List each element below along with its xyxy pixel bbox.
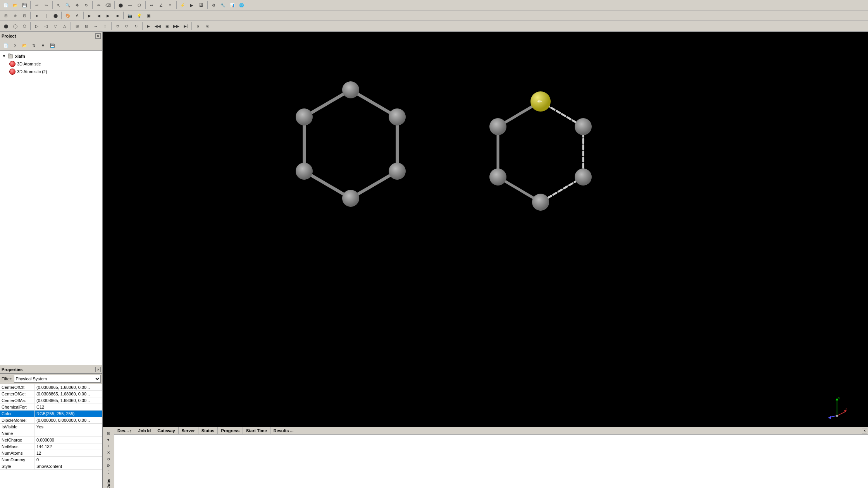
jobs-table-btn[interactable]: ⊞ bbox=[104, 430, 113, 436]
t3-btn9[interactable]: ⊟ bbox=[82, 22, 91, 30]
open-btn[interactable]: 📂 bbox=[11, 1, 19, 9]
more-btn2[interactable]: 🔧 bbox=[219, 1, 227, 9]
jobs-col-starttime[interactable]: Start Time bbox=[243, 427, 270, 434]
project-dropdown-btn[interactable]: ▼ bbox=[39, 41, 47, 50]
t3-btn4[interactable]: ▷ bbox=[33, 22, 41, 30]
jobs-col-status[interactable]: Status bbox=[198, 427, 218, 434]
new-btn[interactable]: 📄 bbox=[2, 1, 10, 9]
project-new-btn[interactable]: 📄 bbox=[2, 41, 10, 50]
jobs-col-description[interactable]: Des... ↑ bbox=[114, 427, 135, 434]
erase-btn[interactable]: ⌫ bbox=[104, 1, 112, 9]
redo-btn[interactable]: ↪ bbox=[42, 1, 50, 9]
prop-row[interactable]: IsVisibleYes bbox=[0, 424, 102, 430]
jobs-refresh-btn[interactable]: ↻ bbox=[104, 456, 113, 462]
camera-btn[interactable]: 📷 bbox=[126, 11, 134, 20]
jobs-add-btn[interactable]: + bbox=[104, 443, 113, 449]
atom-btn[interactable]: ⬤ bbox=[116, 1, 125, 9]
jobs-col-results[interactable]: Results ... bbox=[270, 427, 297, 434]
t3-btn11[interactable]: ↕ bbox=[101, 22, 109, 30]
t3-btn18[interactable]: ▶▶ bbox=[172, 22, 181, 30]
more-btn4[interactable]: 🌐 bbox=[237, 1, 246, 9]
properties-btn[interactable]: ≡ bbox=[166, 1, 174, 9]
grid-btn[interactable]: ⊞ bbox=[2, 11, 10, 20]
rotate-btn[interactable]: ⟳ bbox=[82, 1, 91, 9]
prop-row[interactable]: NetMass144.132 bbox=[0, 443, 102, 450]
jobs-dropdown-btn[interactable]: ▼ bbox=[104, 437, 113, 443]
jobs-col-progress[interactable]: Progress bbox=[218, 427, 243, 434]
undo-btn[interactable]: ↩ bbox=[33, 1, 41, 9]
jobs-panel-close[interactable] bbox=[862, 428, 867, 433]
tree-item-1[interactable]: 3D Atomistic bbox=[2, 60, 101, 68]
t3-btn6[interactable]: ▽ bbox=[51, 22, 60, 30]
jobs-col-gateway[interactable]: Gateway bbox=[154, 427, 178, 434]
snap-btn[interactable]: ⊡ bbox=[20, 11, 29, 20]
prop-row[interactable]: CenterOfGe:(0.0308865, 1.68060, 0.00... bbox=[0, 391, 102, 397]
t3-btn8[interactable]: ⊞ bbox=[73, 22, 81, 30]
t3-btn16[interactable]: ◀◀ bbox=[153, 22, 162, 30]
t3-btn10[interactable]: ↔ bbox=[91, 22, 100, 30]
bg-btn[interactable]: ▣ bbox=[144, 11, 153, 20]
project-panel-close[interactable] bbox=[95, 33, 101, 39]
project-open-btn[interactable]: 📂 bbox=[20, 41, 29, 50]
prop-row[interactable]: ColorRGB(255, 255, 255) bbox=[0, 411, 102, 417]
t3-btn19[interactable]: ▶| bbox=[181, 22, 190, 30]
t3-btn15[interactable]: ▶ bbox=[144, 22, 153, 30]
prop-row[interactable]: NetCharge0.000000 bbox=[0, 437, 102, 443]
t3-btn2[interactable]: ◯ bbox=[11, 22, 19, 30]
ring-btn[interactable]: ⬡ bbox=[135, 1, 143, 9]
t3-btn17[interactable]: ▣ bbox=[163, 22, 171, 30]
t3-btn12[interactable]: ⟲ bbox=[113, 22, 122, 30]
jobs-more-btn[interactable]: ⋮ bbox=[104, 469, 113, 475]
optimize-btn[interactable]: ⚡ bbox=[178, 1, 187, 9]
light-btn[interactable]: 💡 bbox=[135, 11, 143, 20]
jobs-col-server[interactable]: Server bbox=[179, 427, 198, 434]
play-btn[interactable]: ▶ bbox=[85, 11, 94, 20]
translate-btn[interactable]: ✥ bbox=[73, 1, 81, 9]
bond-btn[interactable]: — bbox=[126, 1, 134, 9]
prev-frame-btn[interactable]: ◀ bbox=[95, 11, 103, 20]
prop-row[interactable]: CenterOfCh:(0.0308865, 1.68060, 0.00... bbox=[0, 384, 102, 391]
t3-btn14[interactable]: ↻ bbox=[132, 22, 140, 30]
style-stick-btn[interactable]: | bbox=[42, 11, 50, 20]
style-ball-btn[interactable]: ● bbox=[33, 11, 41, 20]
jobs-delete-btn[interactable]: ✕ bbox=[104, 450, 113, 455]
prop-row[interactable]: DipoleMome:(0.000000, 0.000000, 0.00... bbox=[0, 417, 102, 424]
next-frame-btn[interactable]: ▶ bbox=[104, 11, 112, 20]
jobs-settings-btn[interactable]: ⚙ bbox=[104, 463, 113, 469]
prop-row[interactable]: NumDummy0 bbox=[0, 457, 102, 463]
project-save-btn[interactable]: 💾 bbox=[48, 41, 57, 50]
t3-btn1[interactable]: ⬤ bbox=[2, 22, 10, 30]
prop-row[interactable]: ChemicalFor:C12 bbox=[0, 404, 102, 411]
canvas-area[interactable]: ✏ Y X bbox=[103, 32, 868, 488]
save-btn[interactable]: 💾 bbox=[20, 1, 29, 9]
t3-btn13[interactable]: ⟳ bbox=[122, 22, 131, 30]
tree-item-2[interactable]: 3D Atomistic (2) bbox=[2, 68, 101, 76]
project-close-btn[interactable]: ✕ bbox=[11, 41, 19, 50]
render-btn[interactable]: 🖼 bbox=[197, 1, 205, 9]
draw-btn[interactable]: ✏ bbox=[95, 1, 103, 9]
more-btn1[interactable]: ⚙ bbox=[209, 1, 218, 9]
props-panel-close[interactable] bbox=[95, 367, 101, 372]
select-btn[interactable]: ↖ bbox=[54, 1, 63, 9]
prop-row[interactable]: NumAtoms12 bbox=[0, 450, 102, 457]
zoom-btn[interactable]: 🔍 bbox=[64, 1, 72, 9]
dynamics-btn[interactable]: ▶ bbox=[188, 1, 196, 9]
axes-btn[interactable]: ⊕ bbox=[11, 11, 19, 20]
jobs-col-jobid[interactable]: Job Id bbox=[135, 427, 154, 434]
project-sort-btn[interactable]: ⇅ bbox=[29, 41, 38, 50]
prop-row[interactable]: Name bbox=[0, 430, 102, 437]
prop-row[interactable]: CenterOfMa:(0.0308865, 1.68060, 0.00... bbox=[0, 397, 102, 404]
measure-angle-btn[interactable]: ∠ bbox=[157, 1, 165, 9]
color-by-element-btn[interactable]: 🎨 bbox=[64, 11, 72, 20]
label-btn[interactable]: A bbox=[73, 11, 81, 20]
measure-dist-btn[interactable]: ⇔ bbox=[147, 1, 156, 9]
t3-btn7[interactable]: △ bbox=[60, 22, 69, 30]
t3-btn20[interactable]: ⎘ bbox=[194, 22, 202, 30]
stop-btn[interactable]: ■ bbox=[113, 11, 122, 20]
filter-select[interactable]: Physical System Molecule Atom Bond bbox=[14, 375, 101, 383]
style-space-btn[interactable]: ⬤ bbox=[51, 11, 60, 20]
t3-btn5[interactable]: ◁ bbox=[42, 22, 50, 30]
prop-row[interactable]: StyleShowContent bbox=[0, 463, 102, 470]
t3-btn3[interactable]: ⬡ bbox=[20, 22, 29, 30]
more-btn3[interactable]: 📊 bbox=[228, 1, 236, 9]
